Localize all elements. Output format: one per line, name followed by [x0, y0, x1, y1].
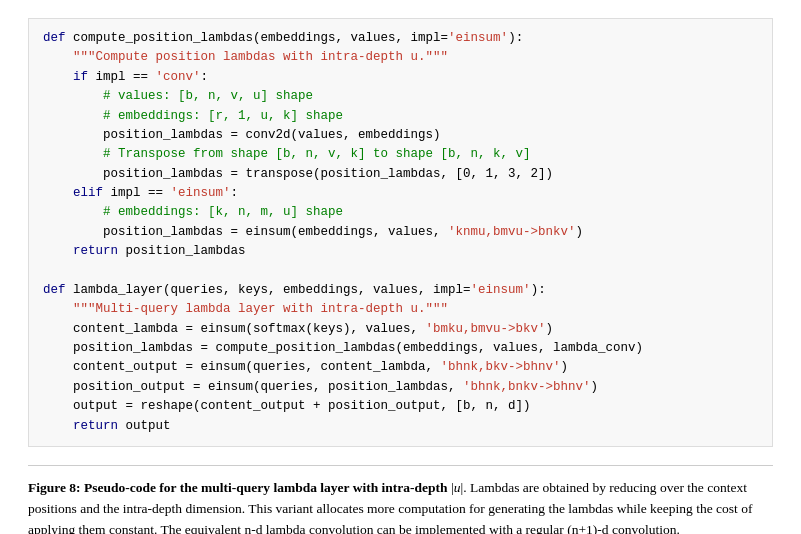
- code-container: def compute_position_lambdas(embeddings,…: [28, 18, 773, 447]
- caption-bold-text: Pseudo-code for the multi-query lambda l…: [84, 480, 451, 495]
- figure-caption: Figure 8: Pseudo-code for the multi-quer…: [28, 478, 773, 534]
- caption-label: Figure 8:: [28, 480, 81, 495]
- code-line-1: def compute_position_lambdas(embeddings,…: [43, 31, 643, 433]
- caption-math: |u|: [451, 480, 463, 495]
- divider: [28, 465, 773, 466]
